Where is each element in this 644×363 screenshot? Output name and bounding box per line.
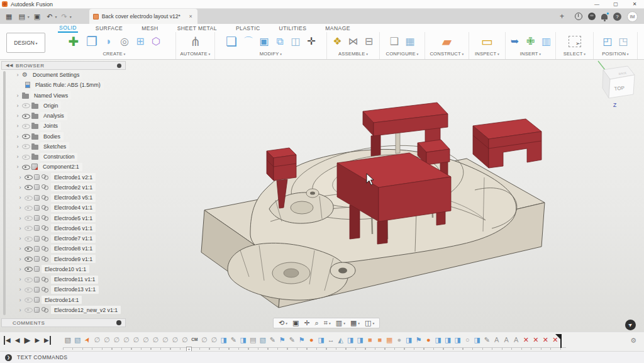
timeline-feature-sketch-edit-icon[interactable]: ✎ bbox=[268, 335, 278, 345]
timeline-feature-document-icon[interactable]: ▤ bbox=[248, 335, 258, 345]
measure-icon[interactable]: ▭ bbox=[479, 33, 496, 50]
timeline-feature-draft-icon[interactable]: ◭ bbox=[336, 335, 346, 345]
pan-icon[interactable]: ✛ bbox=[302, 319, 311, 327]
ribbon-group-label-create[interactable]: CREATE bbox=[103, 51, 125, 57]
expand-chevron-icon[interactable]: › bbox=[18, 205, 23, 210]
ribbon-tab-manage[interactable]: MANAGE bbox=[324, 25, 352, 32]
visibility-eye-icon[interactable] bbox=[25, 287, 32, 293]
display-settings-icon[interactable]: ▥▾ bbox=[334, 319, 347, 327]
visibility-eye-icon[interactable] bbox=[22, 154, 30, 160]
browser-item-label[interactable]: Electrode14:1 bbox=[42, 296, 82, 304]
expand-chevron-icon[interactable]: › bbox=[18, 175, 23, 180]
timeline-feature-sketch-icon[interactable]: ∅ bbox=[151, 335, 161, 345]
expand-chevron-icon[interactable]: › bbox=[18, 257, 23, 262]
browser-item-component2-1[interactable]: ›Component2:1 bbox=[6, 162, 138, 172]
browser-item-electrode2-v1-1[interactable]: ›Electrode2 v1:1 bbox=[6, 182, 138, 193]
timeline-feature-sketch-icon[interactable]: ∅ bbox=[170, 335, 180, 345]
browser-item-label[interactable]: Component2:1 bbox=[40, 163, 82, 171]
timeline-feature-extrude-icon[interactable]: ◨ bbox=[433, 335, 443, 345]
timeline-feature-plane-icon[interactable]: ⚑ bbox=[277, 335, 287, 345]
timeline-feature-extrude-icon[interactable]: ◨ bbox=[219, 335, 229, 345]
visibility-eye-icon[interactable] bbox=[22, 123, 30, 129]
close-icon[interactable]: ✕ bbox=[625, 0, 644, 9]
timeline-feature-sphere-icon[interactable]: ● bbox=[307, 335, 317, 345]
browser-item-label[interactable]: Origin bbox=[40, 101, 61, 109]
visibility-eye-icon[interactable] bbox=[25, 307, 32, 313]
help-icon[interactable]: ? bbox=[613, 13, 621, 21]
timeline-feature-extrude-icon[interactable]: ◨ bbox=[443, 335, 453, 345]
timeline-feature-cm-marker-icon[interactable]: CM bbox=[190, 335, 200, 345]
browser-item-analysis[interactable]: ›Analysis bbox=[6, 111, 138, 121]
go-to-end-icon[interactable]: ▶ bbox=[44, 336, 51, 345]
browser-item-electrode3-v5-1[interactable]: ›Electrode3 v5:1 bbox=[6, 193, 138, 203]
browser-item-document-settings[interactable]: ›⚙Document Settings bbox=[6, 70, 138, 80]
timeline-feature-extrude-icon[interactable]: ◨ bbox=[404, 335, 414, 345]
model-electrode-far-right[interactable] bbox=[473, 119, 541, 168]
fillet-icon[interactable]: ⌒ bbox=[242, 35, 255, 48]
timeline-feature-plane-icon[interactable]: ⚑ bbox=[414, 335, 424, 345]
timeline-playhead[interactable] bbox=[560, 334, 562, 348]
assistant-icon[interactable]: ➤ bbox=[625, 320, 636, 330]
play-icon[interactable]: ▶ bbox=[24, 336, 30, 345]
timeline-feature-table-orange-icon[interactable]: ▦ bbox=[385, 335, 395, 345]
minimize-icon[interactable]: — bbox=[587, 0, 606, 9]
insert-part-icon[interactable]: ✙ bbox=[524, 35, 538, 48]
extrude-icon[interactable]: ❐ bbox=[84, 33, 100, 50]
timeline-feature-sketch-icon[interactable]: ∅ bbox=[112, 335, 122, 345]
ribbon-tab-utilities[interactable]: UTILITIES bbox=[278, 25, 308, 32]
timeline-feature-letter-icon[interactable]: A bbox=[502, 335, 512, 345]
visibility-eye-icon[interactable] bbox=[22, 143, 30, 149]
expand-chevron-icon[interactable]: › bbox=[18, 236, 23, 241]
split-body-icon[interactable]: ◫ bbox=[289, 35, 303, 48]
visibility-eye-icon[interactable] bbox=[25, 277, 32, 282]
timeline-feature-extrude-icon[interactable]: ◨ bbox=[238, 335, 248, 345]
zoom-window-icon[interactable]: ⌗▾ bbox=[322, 319, 333, 327]
comments-panel-header[interactable]: COMMENTS bbox=[1, 318, 126, 327]
pattern-icon[interactable]: ⊞ bbox=[133, 35, 147, 48]
timeline-feature-sphere-icon[interactable]: ● bbox=[424, 335, 434, 345]
ribbon-tab-sheet-metal[interactable]: SHEET METAL bbox=[176, 25, 218, 32]
press-pull-icon[interactable]: ❏ bbox=[223, 33, 240, 50]
move-icon[interactable]: ✛ bbox=[304, 35, 318, 48]
step-forward-icon[interactable]: ▶ bbox=[35, 336, 40, 345]
browser-item-label[interactable]: Sketches bbox=[40, 142, 69, 150]
add-tab-button[interactable]: + bbox=[555, 12, 569, 21]
configuration-table-icon[interactable]: ▦ bbox=[403, 35, 417, 48]
ribbon-group-label-position[interactable]: POSITION bbox=[602, 51, 629, 57]
visibility-eye-icon[interactable] bbox=[25, 256, 32, 262]
visibility-eye-icon[interactable] bbox=[25, 246, 32, 252]
browser-item-label[interactable]: Joints bbox=[40, 122, 61, 130]
browser-item-construction[interactable]: ›Construction bbox=[6, 152, 138, 162]
app-grid-icon[interactable]: ▦ bbox=[4, 13, 14, 21]
timeline-feature-joint-icon[interactable]: ↔ bbox=[326, 335, 336, 345]
undo-icon[interactable]: ↶ bbox=[45, 13, 54, 21]
go-to-start-icon[interactable]: ◀ bbox=[4, 336, 11, 345]
visibility-eye-icon[interactable] bbox=[25, 215, 32, 221]
expand-chevron-icon[interactable]: › bbox=[18, 185, 23, 190]
timeline-feature-sketch-edit-icon[interactable]: ✎ bbox=[482, 335, 492, 345]
ribbon-group-label-inspect[interactable]: INSPECT bbox=[475, 51, 499, 57]
expand-chevron-icon[interactable]: › bbox=[15, 164, 20, 169]
visibility-eye-icon[interactable] bbox=[25, 225, 32, 231]
browser-item-label[interactable]: Electrode10 v1:1 bbox=[42, 265, 89, 273]
redo-caret-icon[interactable]: ▾ bbox=[70, 14, 72, 19]
browser-item-label[interactable]: Electrode12_new_v2 v1:1 bbox=[51, 306, 121, 314]
timeline-feature-plane-icon[interactable]: ⚑ bbox=[297, 335, 307, 345]
maximize-icon[interactable]: ▢ bbox=[606, 0, 625, 9]
hole-icon[interactable]: ◎ bbox=[118, 35, 131, 48]
viewport-canvas[interactable]: BACK TOP Z ◀◀ BROWSER ›⚙Document Setting… bbox=[0, 60, 644, 332]
comments-icon[interactable] bbox=[116, 320, 121, 325]
visibility-eye-icon[interactable] bbox=[22, 113, 30, 119]
timeline-feature-sketch-icon[interactable]: ∅ bbox=[199, 335, 209, 345]
ribbon-tab-solid[interactable]: SOLID bbox=[58, 24, 78, 33]
look-at-icon[interactable]: ▣ bbox=[291, 319, 301, 327]
browser-scrollbar[interactable] bbox=[3, 71, 6, 315]
automate-icon[interactable]: ⋔ bbox=[187, 33, 204, 50]
browser-item-label[interactable]: Electrode9 v1:1 bbox=[51, 255, 96, 263]
browser-item-label[interactable]: Electrode6 v1:1 bbox=[51, 224, 96, 232]
browser-item-electrode9-v1-1[interactable]: ›Electrode9 v1:1 bbox=[6, 254, 138, 264]
document-tab[interactable]: Back cover electrodo layout v12* × bbox=[89, 9, 197, 24]
redo-icon[interactable]: ↷ bbox=[59, 13, 69, 21]
text-commands-icon[interactable]: ❯ bbox=[5, 354, 12, 361]
expand-chevron-icon[interactable]: › bbox=[15, 72, 20, 77]
